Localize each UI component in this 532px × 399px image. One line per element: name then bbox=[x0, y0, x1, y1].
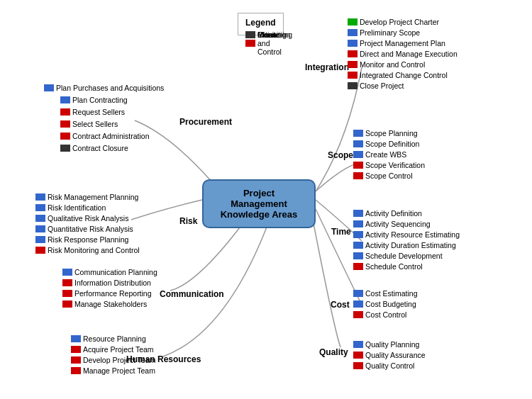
quality-label: Quality bbox=[319, 347, 348, 357]
time-item-2: Activity Sequencing bbox=[353, 220, 431, 228]
risk-item-6: Risk Monitoring and Control bbox=[35, 246, 140, 254]
integration-label: Integration bbox=[305, 62, 349, 72]
integration-item-4: Direct and Manage Execution bbox=[348, 50, 458, 58]
legend-title: Legend bbox=[245, 18, 276, 28]
flag-icon bbox=[353, 140, 363, 147]
proc-item-6: Contract Closure bbox=[60, 144, 128, 152]
flag-icon bbox=[348, 82, 358, 89]
flag-icon bbox=[353, 210, 363, 217]
scope-item-1: Scope Planning bbox=[353, 129, 418, 137]
cost-item-1: Cost Estimating bbox=[353, 289, 418, 298]
integration-item-7: Close Project bbox=[348, 82, 404, 90]
scope-label: Scope bbox=[328, 150, 353, 160]
flag-icon bbox=[353, 263, 363, 270]
flag-icon bbox=[353, 352, 363, 359]
flag-icon bbox=[348, 40, 358, 47]
flag-icon bbox=[353, 300, 363, 308]
flag-icon bbox=[353, 231, 363, 238]
proc-item-2: Plan Contracting bbox=[60, 96, 128, 104]
flag-icon bbox=[60, 120, 70, 128]
scope-item-2: Scope Definition bbox=[353, 140, 419, 148]
flag-icon bbox=[71, 346, 81, 353]
proc-item-3: Request Sellers bbox=[60, 108, 125, 116]
time-item-6: Schedule Control bbox=[353, 262, 423, 271]
scope-item-4: Scope Verification bbox=[353, 161, 425, 169]
integration-item-2: Preliminary Scope bbox=[348, 28, 420, 37]
quality-item-1: Quality Planning bbox=[353, 340, 419, 349]
flag-icon bbox=[35, 247, 45, 254]
center-node: Project Management Knowledge Areas bbox=[202, 179, 316, 228]
comm-item-1: Communication Planning bbox=[62, 268, 157, 276]
cost-item-3: Cost Control bbox=[353, 310, 406, 319]
comm-item-2: Information Distribution bbox=[62, 279, 151, 287]
flag-icon bbox=[348, 50, 358, 57]
integration-item-3: Project Management Plan bbox=[348, 39, 445, 47]
time-item-3: Activity Resource Estimating bbox=[353, 230, 460, 239]
procurement-label: Procurement bbox=[179, 117, 232, 127]
proc-item-5: Contract Administration bbox=[60, 132, 150, 140]
flag-icon bbox=[62, 269, 72, 276]
flag-icon bbox=[353, 130, 363, 137]
flag-icon bbox=[71, 356, 81, 364]
flag-icon bbox=[60, 96, 70, 103]
risk-label: Risk bbox=[179, 216, 197, 226]
red-flag2-icon bbox=[245, 40, 255, 47]
flag-icon bbox=[60, 133, 70, 140]
flag-icon bbox=[353, 311, 363, 318]
flag-icon bbox=[35, 204, 45, 211]
scope-item-3: Create WBS bbox=[353, 150, 406, 159]
flag-icon bbox=[348, 61, 358, 68]
flag-icon bbox=[353, 252, 363, 259]
hr-item-1: Resource Planning bbox=[71, 335, 146, 343]
flag-icon bbox=[60, 108, 70, 116]
time-item-1: Activity Definition bbox=[353, 209, 422, 218]
time-label: Time bbox=[331, 227, 351, 237]
comm-item-3: Performance Reporting bbox=[62, 289, 152, 298]
flag-icon bbox=[35, 225, 45, 232]
quality-item-3: Quality Control bbox=[353, 361, 414, 370]
proc-item-1: Plan Purchases and Acquisitions bbox=[44, 84, 164, 92]
integration-item-1: Develop Project Charter bbox=[348, 18, 439, 26]
flag-icon bbox=[62, 279, 72, 286]
risk-item-5: Risk Response Planning bbox=[35, 235, 128, 244]
flag-icon bbox=[353, 220, 363, 227]
dark-flag-icon bbox=[245, 31, 255, 38]
flag-icon bbox=[44, 84, 54, 91]
flag-icon bbox=[353, 151, 363, 158]
flag-icon bbox=[353, 362, 363, 369]
integration-item-6: Integrated Change Control bbox=[348, 71, 448, 79]
legend-item-close: Close bbox=[245, 30, 277, 39]
cost-label: Cost bbox=[331, 300, 350, 310]
risk-item-4: Quantitative Risk Analysis bbox=[35, 225, 133, 233]
comm-item-4: Manage Stakeholders bbox=[62, 300, 147, 308]
risk-item-3: Qualitative Risk Analysis bbox=[35, 214, 128, 223]
flag-icon bbox=[62, 290, 72, 297]
flag-icon bbox=[353, 242, 363, 249]
time-item-4: Activity Duration Estimating bbox=[353, 241, 456, 249]
flag-icon bbox=[353, 341, 363, 348]
flag-icon bbox=[353, 162, 363, 169]
risk-item-2: Risk Identification bbox=[35, 203, 106, 212]
integration-item-5: Monitor and Control bbox=[348, 60, 425, 69]
flag-icon bbox=[353, 290, 363, 297]
flag-icon bbox=[62, 300, 72, 308]
flag-icon bbox=[353, 172, 363, 179]
scope-item-5: Scope Control bbox=[353, 172, 413, 180]
legend-box: Legend Initiate Planning Execution Monit… bbox=[238, 13, 284, 35]
hr-item-3: Develop Project Team bbox=[71, 356, 156, 364]
quality-item-2: Quality Assurance bbox=[353, 351, 426, 359]
hr-item-4: Manage Project Team bbox=[71, 366, 155, 375]
flag-icon bbox=[348, 72, 358, 79]
flag-icon bbox=[35, 236, 45, 243]
comm-label: Communication bbox=[160, 289, 224, 299]
flag-icon bbox=[60, 145, 70, 152]
time-item-5: Schedule Development bbox=[353, 252, 443, 260]
flag-icon bbox=[35, 215, 45, 222]
hr-item-2: Acquire Project Team bbox=[71, 345, 154, 354]
cost-item-2: Cost Budgeting bbox=[353, 300, 416, 308]
flag-icon bbox=[35, 193, 45, 201]
flag-icon bbox=[348, 18, 358, 26]
flag-icon bbox=[348, 29, 358, 36]
flag-icon bbox=[71, 367, 81, 374]
proc-item-4: Select Sellers bbox=[60, 120, 118, 128]
